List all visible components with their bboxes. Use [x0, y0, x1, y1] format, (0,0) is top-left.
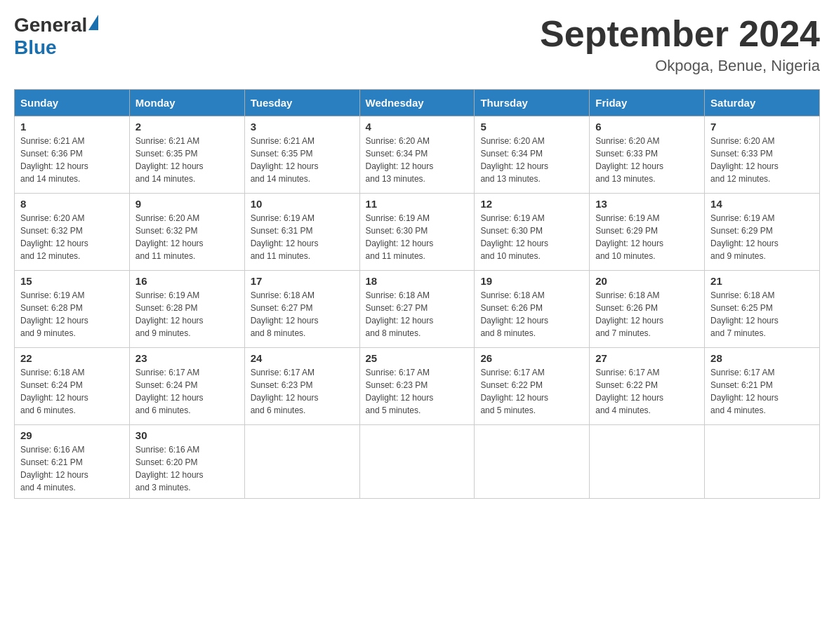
- table-cell: 4Sunrise: 6:20 AMSunset: 6:34 PMDaylight…: [359, 116, 475, 194]
- sunset-label: Sunset: 6:26 PM: [595, 303, 658, 313]
- table-cell: [705, 425, 820, 499]
- calendar-header-row: SundayMondayTuesdayWednesdayThursdayFrid…: [15, 90, 820, 116]
- table-cell: 25Sunrise: 6:17 AMSunset: 6:23 PMDayligh…: [359, 348, 475, 425]
- daylight-line2: and 14 minutes.: [20, 174, 80, 184]
- daylight-line2: and 8 minutes.: [251, 328, 306, 338]
- daylight-line2: and 6 minutes.: [135, 405, 191, 415]
- sunrise-label: Sunrise: 6:18 AM: [20, 368, 84, 377]
- header-thursday: Thursday: [475, 90, 590, 116]
- table-cell: 28Sunrise: 6:17 AMSunset: 6:21 PMDayligh…: [705, 348, 820, 425]
- daylight-line2: and 6 minutes.: [251, 405, 306, 415]
- sunset-label: Sunset: 6:25 PM: [710, 303, 773, 313]
- daylight-line1: Daylight: 12 hours: [595, 161, 663, 171]
- day-number: 2: [135, 121, 239, 133]
- week-row-2: 8Sunrise: 6:20 AMSunset: 6:32 PMDaylight…: [15, 194, 820, 271]
- daylight-line1: Daylight: 12 hours: [710, 393, 779, 403]
- sunset-label: Sunset: 6:26 PM: [480, 303, 543, 313]
- day-info: Sunrise: 6:18 AMSunset: 6:27 PMDaylight:…: [251, 289, 354, 340]
- daylight-line1: Daylight: 12 hours: [20, 161, 88, 171]
- day-number: 14: [710, 198, 814, 210]
- sunset-label: Sunset: 6:28 PM: [20, 303, 83, 313]
- sunset-label: Sunset: 6:21 PM: [710, 380, 773, 390]
- table-cell: 12Sunrise: 6:19 AMSunset: 6:30 PMDayligh…: [475, 194, 590, 271]
- table-cell: 19Sunrise: 6:18 AMSunset: 6:26 PMDayligh…: [475, 271, 590, 348]
- sunrise-label: Sunrise: 6:18 AM: [595, 290, 659, 300]
- sunrise-label: Sunrise: 6:17 AM: [710, 368, 774, 377]
- sunset-label: Sunset: 6:29 PM: [710, 226, 773, 236]
- table-cell: 13Sunrise: 6:19 AMSunset: 6:29 PMDayligh…: [590, 194, 705, 271]
- header-monday: Monday: [129, 90, 244, 116]
- day-info: Sunrise: 6:19 AMSunset: 6:29 PMDaylight:…: [595, 212, 699, 262]
- sunset-label: Sunset: 6:30 PM: [366, 226, 428, 236]
- week-row-5: 29Sunrise: 6:16 AMSunset: 6:21 PMDayligh…: [15, 425, 820, 499]
- daylight-line1: Daylight: 12 hours: [135, 393, 204, 403]
- table-cell: 9Sunrise: 6:20 AMSunset: 6:32 PMDaylight…: [129, 194, 244, 271]
- sunrise-label: Sunrise: 6:17 AM: [135, 368, 199, 377]
- daylight-line1: Daylight: 12 hours: [480, 316, 548, 326]
- day-info: Sunrise: 6:21 AMSunset: 6:36 PMDaylight:…: [20, 135, 124, 185]
- daylight-line1: Daylight: 12 hours: [595, 239, 663, 248]
- daylight-line1: Daylight: 12 hours: [251, 161, 319, 171]
- sunset-label: Sunset: 6:22 PM: [595, 380, 658, 390]
- table-cell: 20Sunrise: 6:18 AMSunset: 6:26 PMDayligh…: [590, 271, 705, 348]
- day-number: 9: [135, 198, 239, 210]
- week-row-3: 15Sunrise: 6:19 AMSunset: 6:28 PMDayligh…: [15, 271, 820, 348]
- header-sunday: Sunday: [15, 90, 130, 116]
- daylight-line2: and 3 minutes.: [135, 483, 191, 492]
- table-cell: 18Sunrise: 6:18 AMSunset: 6:27 PMDayligh…: [359, 271, 475, 348]
- daylight-line1: Daylight: 12 hours: [366, 316, 434, 326]
- daylight-line2: and 8 minutes.: [366, 328, 421, 338]
- table-cell: 23Sunrise: 6:17 AMSunset: 6:24 PMDayligh…: [129, 348, 244, 425]
- sunrise-label: Sunrise: 6:20 AM: [710, 136, 774, 146]
- daylight-line1: Daylight: 12 hours: [251, 316, 319, 326]
- header-wednesday: Wednesday: [359, 90, 475, 116]
- day-info: Sunrise: 6:20 AMSunset: 6:33 PMDaylight:…: [710, 135, 814, 185]
- sunset-label: Sunset: 6:31 PM: [251, 226, 313, 236]
- sunrise-label: Sunrise: 6:20 AM: [20, 213, 84, 223]
- daylight-line2: and 9 minutes.: [135, 328, 191, 338]
- day-number: 6: [595, 121, 699, 133]
- day-info: Sunrise: 6:21 AMSunset: 6:35 PMDaylight:…: [135, 135, 239, 185]
- sunrise-label: Sunrise: 6:17 AM: [595, 368, 659, 377]
- day-number: 1: [20, 121, 124, 133]
- sunrise-label: Sunrise: 6:21 AM: [251, 136, 315, 146]
- table-cell: 2Sunrise: 6:21 AMSunset: 6:35 PMDaylight…: [129, 116, 244, 194]
- sunset-label: Sunset: 6:33 PM: [710, 149, 773, 159]
- day-info: Sunrise: 6:18 AMSunset: 6:26 PMDaylight:…: [595, 289, 699, 340]
- table-cell: 14Sunrise: 6:19 AMSunset: 6:29 PMDayligh…: [705, 194, 820, 271]
- table-cell: 26Sunrise: 6:17 AMSunset: 6:22 PMDayligh…: [475, 348, 590, 425]
- sunrise-label: Sunrise: 6:19 AM: [366, 213, 430, 223]
- daylight-line2: and 13 minutes.: [366, 174, 425, 184]
- day-info: Sunrise: 6:19 AMSunset: 6:28 PMDaylight:…: [20, 289, 124, 340]
- day-info: Sunrise: 6:18 AMSunset: 6:27 PMDaylight:…: [366, 289, 469, 340]
- table-cell: 8Sunrise: 6:20 AMSunset: 6:32 PMDaylight…: [15, 194, 130, 271]
- day-number: 3: [251, 121, 354, 133]
- daylight-line2: and 7 minutes.: [710, 328, 766, 338]
- table-cell: 22Sunrise: 6:18 AMSunset: 6:24 PMDayligh…: [15, 348, 130, 425]
- sunrise-label: Sunrise: 6:19 AM: [710, 213, 774, 223]
- day-number: 27: [595, 352, 699, 364]
- table-cell: [475, 425, 590, 499]
- sunset-label: Sunset: 6:24 PM: [20, 380, 83, 390]
- sunset-label: Sunset: 6:28 PM: [135, 303, 198, 313]
- sunrise-label: Sunrise: 6:17 AM: [366, 368, 430, 377]
- day-number: 15: [20, 275, 124, 287]
- sunset-label: Sunset: 6:27 PM: [366, 303, 428, 313]
- day-number: 28: [710, 352, 814, 364]
- daylight-line1: Daylight: 12 hours: [135, 239, 204, 248]
- sunset-label: Sunset: 6:22 PM: [480, 380, 543, 390]
- sunset-label: Sunset: 6:23 PM: [366, 380, 428, 390]
- sunrise-label: Sunrise: 6:19 AM: [480, 213, 544, 223]
- table-cell: [359, 425, 475, 499]
- day-info: Sunrise: 6:16 AMSunset: 6:21 PMDaylight:…: [20, 443, 124, 494]
- day-number: 23: [135, 352, 239, 364]
- sunrise-label: Sunrise: 6:16 AM: [20, 445, 84, 455]
- daylight-line2: and 11 minutes.: [366, 251, 425, 261]
- sunset-label: Sunset: 6:23 PM: [251, 380, 313, 390]
- day-info: Sunrise: 6:20 AMSunset: 6:34 PMDaylight:…: [480, 135, 583, 185]
- day-info: Sunrise: 6:18 AMSunset: 6:25 PMDaylight:…: [710, 289, 814, 340]
- daylight-line2: and 10 minutes.: [595, 251, 655, 261]
- logo-triangle-icon: [88, 15, 98, 30]
- sunrise-label: Sunrise: 6:18 AM: [366, 290, 430, 300]
- daylight-line2: and 12 minutes.: [710, 174, 770, 184]
